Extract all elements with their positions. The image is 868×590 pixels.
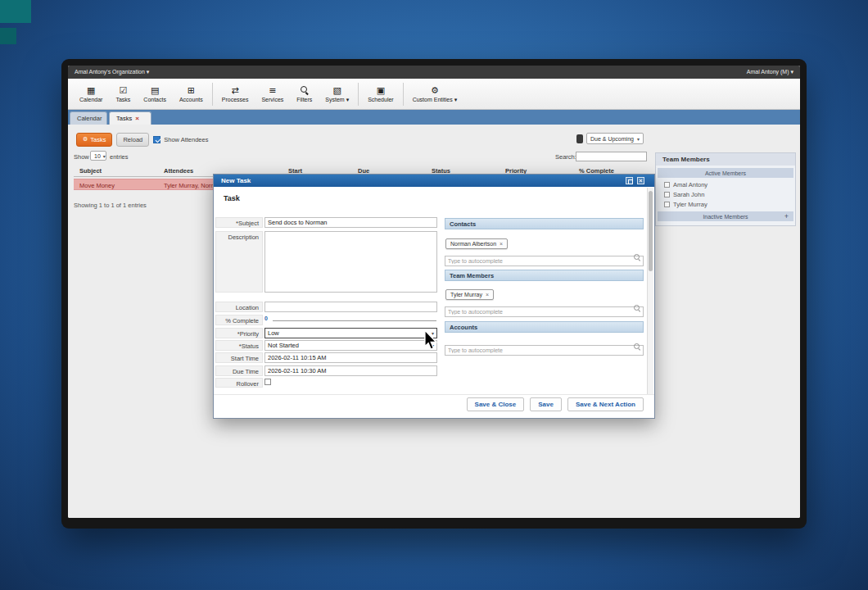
accounts-section-header: Accounts	[445, 321, 644, 333]
contacts-autocomplete	[445, 252, 644, 262]
corner-artifact-top	[0, 0, 31, 23]
org-bar: Amal Antony's Organization ▾ Amal Antony…	[68, 66, 800, 79]
toolbar-item-calendar[interactable]: ▦ Calendar	[73, 84, 109, 104]
tab-tasks-label: Tasks	[116, 115, 132, 122]
table-summary: Showing 1 to 1 of 1 entries	[74, 202, 147, 209]
rollover-label: Rollover	[215, 378, 263, 388]
toolbar-label-contacts: Contacts	[143, 97, 166, 102]
toolbar-item-scheduler[interactable]: ▣ Scheduler	[361, 84, 400, 104]
chevron-down-icon: ▾	[637, 136, 640, 142]
search-icon	[634, 343, 640, 350]
priority-select[interactable]: Low ▾	[264, 328, 437, 338]
calendar-icon: ▦	[87, 85, 95, 96]
footer-divider	[214, 394, 654, 395]
inactive-members-header: Inactive Members +	[658, 211, 793, 221]
tab-calendar[interactable]: Calendar	[70, 111, 107, 125]
tasks-actions-button[interactable]: ⚙ Tasks	[76, 133, 112, 147]
member-checkbox[interactable]	[664, 182, 670, 188]
toolbar-label-processes: Processes	[222, 97, 249, 102]
show-attendees-checkbox[interactable]	[153, 136, 160, 143]
modal-title: New Task	[221, 177, 251, 184]
search-input[interactable]	[576, 152, 647, 161]
member-checkbox[interactable]	[664, 202, 670, 207]
save-and-next-action-button[interactable]: Save & Next Action	[567, 397, 644, 411]
percent-complete-label: % Complete	[215, 315, 263, 325]
modal-titlebar[interactable]: New Task	[214, 175, 654, 187]
modal-footer: Save & Close Save Save & Next Action	[467, 397, 644, 411]
status-select[interactable]: Not Started ▾	[264, 340, 437, 351]
view-filter-select[interactable]: Due & Upcoming ▾	[586, 133, 644, 144]
popout-icon[interactable]	[626, 177, 633, 184]
view-filter-value: Due & Upcoming	[590, 136, 634, 142]
contacts-icon: ▤	[151, 85, 159, 96]
magnifier-icon	[300, 85, 309, 96]
column-header-attendees[interactable]: Attendees	[164, 167, 193, 175]
description-textarea[interactable]	[264, 231, 437, 293]
search-label: Search:	[555, 153, 576, 161]
toolbar-item-accounts[interactable]: ⊞ Accounts	[173, 84, 210, 104]
team-panel-title: Team Members	[656, 153, 795, 166]
save-button[interactable]: Save	[530, 397, 562, 411]
subject-label: *Subject	[215, 217, 263, 228]
toolbar-item-processes[interactable]: ⇄ Processes	[215, 84, 255, 104]
scheduler-icon: ▣	[377, 85, 385, 96]
search-icon	[634, 254, 640, 261]
page-size-select[interactable]: 10 ▾	[90, 151, 106, 161]
toolbar-label-calendar: Calendar	[79, 97, 102, 102]
modal-scrollbar-thumb[interactable]	[649, 191, 653, 271]
member-item: Tyler Murray	[656, 199, 795, 209]
custom-entities-icon: ⚙	[431, 85, 439, 96]
gear-icon: ⚙	[83, 137, 88, 143]
contacts-section-header: Contacts	[445, 218, 644, 229]
toolbar-item-custom-entities[interactable]: ⚙ Custom Entities ▾	[406, 84, 463, 105]
reload-label: Reload	[123, 136, 142, 143]
save-and-close-button[interactable]: Save & Close	[467, 397, 525, 411]
toolbar-item-filters[interactable]: Filters	[290, 84, 319, 104]
page-size-value: 10	[94, 153, 101, 159]
toolbar-item-system[interactable]: ▧ System ▾	[319, 84, 355, 105]
member-checkbox[interactable]	[664, 192, 670, 197]
member-label: Amal Antony	[673, 181, 708, 188]
toolbar-separator	[403, 83, 404, 106]
accounts-autocomplete-input[interactable]	[445, 345, 644, 356]
reload-button[interactable]: Reload	[116, 133, 149, 147]
add-member-button[interactable]: +	[784, 212, 789, 220]
subject-input[interactable]	[264, 217, 437, 228]
team-members-autocomplete-input[interactable]	[445, 306, 644, 317]
location-label: Location	[215, 302, 263, 312]
toolbar-item-tasks[interactable]: ☑ Tasks	[109, 84, 137, 104]
user-menu[interactable]: Amal Antony (M) ▾	[747, 69, 793, 75]
row-subject: Move Money	[79, 182, 115, 189]
services-icon: ≡	[269, 85, 276, 96]
toolbar-separator	[212, 83, 213, 106]
team-members-panel: Team Members Active Members Amal Antony …	[655, 152, 796, 226]
priority-value: Low	[268, 329, 279, 337]
start-time-input[interactable]	[264, 352, 437, 363]
due-time-input[interactable]	[264, 365, 437, 376]
org-menu[interactable]: Amal Antony's Organization ▾	[75, 69, 149, 75]
tab-close-icon[interactable]: ×	[135, 115, 139, 122]
screen: { "glyphs": { "down_arrow": "▾", "close"…	[0, 0, 868, 590]
mobile-device-icon[interactable]	[576, 134, 583, 143]
contacts-autocomplete-input[interactable]	[445, 256, 644, 266]
rollover-checkbox[interactable]	[264, 379, 271, 385]
location-input[interactable]	[264, 302, 437, 312]
tab-strip: Calendar Tasks ×	[68, 110, 800, 125]
status-label: *Status	[215, 340, 263, 351]
inactive-members-label: Inactive Members	[703, 214, 748, 220]
percent-complete-slider[interactable]	[273, 320, 436, 321]
member-item: Sarah John	[656, 189, 795, 199]
toolbar-item-services[interactable]: ≡ Services	[255, 84, 290, 104]
toolbar-item-contacts[interactable]: ▤ Contacts	[137, 84, 173, 104]
remove-tag-icon[interactable]: ×	[486, 292, 489, 297]
main-toolbar: ▦ Calendar ☑ Tasks ▤ Contacts ⊞ Accounts…	[68, 79, 800, 110]
remove-tag-icon[interactable]: ×	[500, 241, 503, 247]
toolbar-separator	[358, 83, 359, 106]
toolbar-label-custom-entities: Custom Entities ▾	[413, 97, 457, 103]
column-header-subject[interactable]: Subject	[79, 167, 102, 175]
tab-tasks[interactable]: Tasks ×	[109, 111, 151, 125]
app-window: Amal Antony's Organization ▾ Amal Antony…	[61, 59, 807, 529]
contact-tag: Norman Albertson ×	[445, 238, 508, 249]
member-item: Amal Antony	[656, 179, 795, 189]
close-icon[interactable]	[637, 177, 644, 184]
